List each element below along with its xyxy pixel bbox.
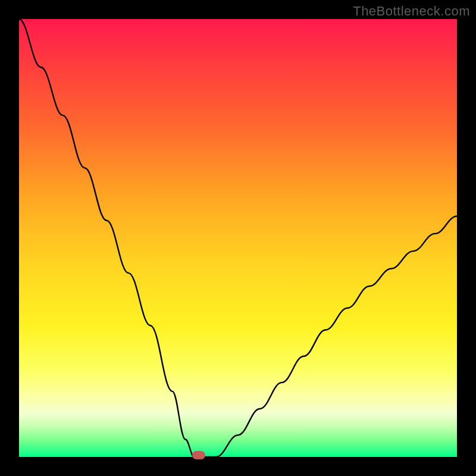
curve-svg — [19, 19, 457, 457]
plot-area — [19, 19, 457, 457]
chart-frame: TheBottleneck.com — [0, 0, 476, 476]
optimal-point-marker — [192, 451, 205, 459]
watermark-text: TheBottleneck.com — [353, 4, 470, 19]
bottleneck-curve — [19, 19, 457, 457]
